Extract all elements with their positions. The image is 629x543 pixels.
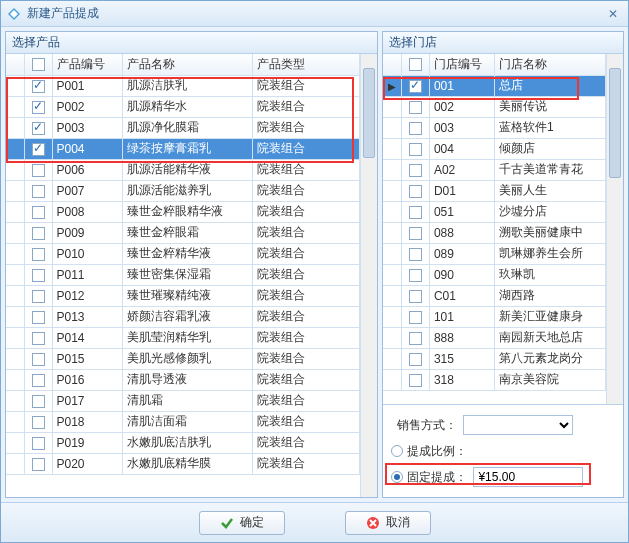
table-row[interactable]: P016清肌导透液院装组合	[6, 369, 360, 390]
row-checkbox[interactable]	[32, 290, 45, 303]
ok-button[interactable]: 确定	[199, 511, 285, 535]
indicator-col	[6, 54, 24, 75]
checkbox-header[interactable]	[401, 54, 429, 75]
table-row[interactable]: P011臻世密集保湿霜院装组合	[6, 264, 360, 285]
table-row[interactable]: P020水嫩肌底精华膜院装组合	[6, 453, 360, 474]
row-checkbox[interactable]	[409, 290, 422, 303]
fixed-value-input[interactable]	[473, 467, 583, 487]
fixed-label: 固定提成：	[407, 469, 473, 486]
table-row[interactable]: P007肌源活能滋养乳院装组合	[6, 180, 360, 201]
col-product-code[interactable]: 产品编号	[52, 54, 122, 75]
table-row[interactable]: P006肌源活能精华液院装组合	[6, 159, 360, 180]
col-product-name[interactable]: 产品名称	[122, 54, 252, 75]
row-checkbox[interactable]	[32, 143, 45, 156]
table-row[interactable]: 003蓝格软件1	[383, 117, 605, 138]
table-row[interactable]: P013娇颜洁容霜乳液院装组合	[6, 306, 360, 327]
row-checkbox[interactable]	[32, 206, 45, 219]
row-checkbox[interactable]	[409, 248, 422, 261]
store-panel: 选择门店 门店编号 门店名称 ▶001总店002美丽传说003蓝格软件	[382, 31, 624, 498]
row-checkbox[interactable]	[409, 311, 422, 324]
row-checkbox[interactable]	[32, 269, 45, 282]
table-row[interactable]: P018清肌洁面霜院装组合	[6, 411, 360, 432]
row-checkbox[interactable]	[32, 227, 45, 240]
table-row[interactable]: 089凯琳娜养生会所	[383, 243, 605, 264]
table-row[interactable]: 090玖琳凯	[383, 264, 605, 285]
product-table: 产品编号 产品名称 产品类型 P001肌源洁肤乳院装组合P002肌源精华水院装组…	[6, 54, 360, 475]
table-row[interactable]: 888南园新天地总店	[383, 327, 605, 348]
row-checkbox[interactable]	[409, 353, 422, 366]
table-row[interactable]: 101新美汇亚健康身	[383, 306, 605, 327]
product-panel-title: 选择产品	[6, 32, 377, 54]
table-row[interactable]: A02千古美道常青花	[383, 159, 605, 180]
table-row[interactable]: P012臻世璀璨精纯液院装组合	[6, 285, 360, 306]
table-row[interactable]: P008臻世金粹眼精华液院装组合	[6, 201, 360, 222]
row-checkbox[interactable]	[409, 206, 422, 219]
row-checkbox[interactable]	[409, 143, 422, 156]
row-checkbox[interactable]	[409, 269, 422, 282]
col-store-name[interactable]: 门店名称	[494, 54, 605, 75]
row-checkbox[interactable]	[32, 164, 45, 177]
cancel-icon	[366, 516, 380, 530]
store-grid: 门店编号 门店名称 ▶001总店002美丽传说003蓝格软件1004倾颜店A02…	[383, 54, 623, 404]
row-checkbox[interactable]	[409, 332, 422, 345]
store-scrollbar[interactable]	[606, 54, 623, 404]
row-checkbox[interactable]	[32, 122, 45, 135]
row-checkbox[interactable]	[409, 185, 422, 198]
row-checkbox[interactable]	[409, 227, 422, 240]
table-row[interactable]: D01美丽人生	[383, 180, 605, 201]
row-checkbox[interactable]	[32, 185, 45, 198]
titlebar[interactable]: 新建产品提成 ✕	[1, 1, 628, 27]
store-table: 门店编号 门店名称 ▶001总店002美丽传说003蓝格软件1004倾颜店A02…	[383, 54, 606, 391]
row-checkbox[interactable]	[32, 395, 45, 408]
table-row[interactable]: P002肌源精华水院装组合	[6, 96, 360, 117]
window-title: 新建产品提成	[27, 5, 604, 22]
table-row[interactable]: 002美丽传说	[383, 96, 605, 117]
cancel-button[interactable]: 取消	[345, 511, 431, 535]
row-checkbox[interactable]	[32, 374, 45, 387]
table-row[interactable]: 315第八元素龙岗分	[383, 348, 605, 369]
row-checkbox[interactable]	[409, 164, 422, 177]
row-checkbox[interactable]	[32, 101, 45, 114]
check-icon	[220, 516, 234, 530]
checkbox-header[interactable]	[24, 54, 52, 75]
ratio-radio[interactable]	[391, 445, 403, 457]
table-row[interactable]: P004绿茶按摩膏霜乳院装组合	[6, 138, 360, 159]
indicator-col	[383, 54, 401, 75]
col-product-type[interactable]: 产品类型	[252, 54, 360, 75]
table-row[interactable]: P003肌源净化膜霜院装组合	[6, 117, 360, 138]
dialog-body: 选择产品 产品编号 产品名称 产品类型	[1, 27, 628, 502]
table-row[interactable]: P010臻世金粹精华液院装组合	[6, 243, 360, 264]
close-icon[interactable]: ✕	[604, 5, 622, 23]
table-row[interactable]: P009臻世金粹眼霜院装组合	[6, 222, 360, 243]
col-store-code[interactable]: 门店编号	[429, 54, 494, 75]
row-checkbox[interactable]	[32, 458, 45, 471]
table-row[interactable]: 318南京美容院	[383, 369, 605, 390]
ok-label: 确定	[240, 514, 264, 531]
row-checkbox[interactable]	[32, 353, 45, 366]
row-checkbox[interactable]	[409, 374, 422, 387]
table-row[interactable]: P001肌源洁肤乳院装组合	[6, 75, 360, 96]
table-row[interactable]: C01湖西路	[383, 285, 605, 306]
row-checkbox[interactable]	[409, 101, 422, 114]
row-checkbox[interactable]	[32, 332, 45, 345]
table-row[interactable]: 088溯歌美丽健康中	[383, 222, 605, 243]
row-checkbox[interactable]	[409, 80, 422, 93]
table-row[interactable]: 004倾颜店	[383, 138, 605, 159]
table-row[interactable]: P015美肌光感修颜乳院装组合	[6, 348, 360, 369]
row-checkbox[interactable]	[32, 437, 45, 450]
row-checkbox[interactable]	[32, 311, 45, 324]
table-row[interactable]: 051沙墟分店	[383, 201, 605, 222]
product-scrollbar[interactable]	[360, 54, 377, 497]
fixed-radio[interactable]	[391, 471, 403, 483]
row-checkbox[interactable]	[32, 248, 45, 261]
row-checkbox[interactable]	[32, 80, 45, 93]
sales-mode-select[interactable]	[463, 415, 573, 435]
row-checkbox[interactable]	[409, 122, 422, 135]
row-checkbox[interactable]	[32, 416, 45, 429]
footer: 确定 取消	[1, 502, 628, 542]
table-row[interactable]: P019水嫩肌底洁肤乳院装组合	[6, 432, 360, 453]
product-panel: 选择产品 产品编号 产品名称 产品类型	[5, 31, 378, 498]
table-row[interactable]: P017清肌霜院装组合	[6, 390, 360, 411]
table-row[interactable]: ▶001总店	[383, 75, 605, 96]
table-row[interactable]: P014美肌莹润精华乳院装组合	[6, 327, 360, 348]
